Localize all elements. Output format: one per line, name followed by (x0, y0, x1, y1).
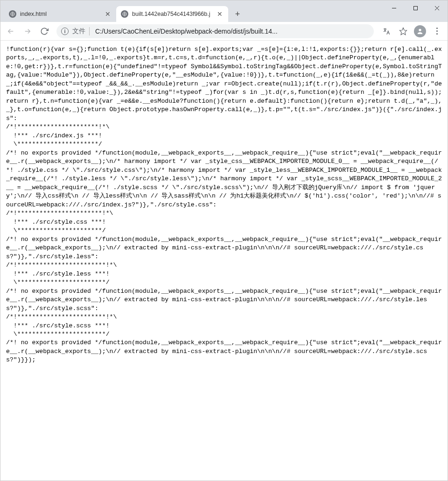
address-url: C:/Users/CaoChenLei/Desktop/webpack-demo… (95, 28, 369, 35)
maximize-button[interactable] (405, 0, 426, 15)
translate-icon[interactable] (378, 23, 394, 39)
svg-marker-6 (400, 28, 407, 35)
address-bar[interactable]: i 文件 C:/Users/CaoChenLei/Desktop/webpack… (56, 24, 374, 38)
forward-button[interactable] (20, 24, 35, 39)
browser-titlebar: index.html ✕ built.1442eab754c4143f966b.… (0, 0, 448, 22)
browser-toolbar: i 文件 C:/Users/CaoChenLei/Desktop/webpack… (0, 22, 448, 41)
profile-avatar[interactable] (412, 23, 428, 39)
globe-icon (9, 10, 16, 18)
reload-button[interactable] (37, 24, 52, 39)
close-icon[interactable]: ✕ (104, 10, 112, 18)
site-info-icon[interactable]: i (61, 28, 69, 35)
minimize-button[interactable] (383, 0, 405, 15)
svg-point-7 (419, 28, 421, 31)
tab-label: built.1442eab754c4143f966b.j (132, 11, 213, 17)
back-button[interactable] (3, 24, 18, 39)
new-tab-button[interactable]: + (231, 7, 244, 21)
address-prefix: 文件 (72, 27, 90, 35)
page-content: !function(r){var s={};function t(e){if(s… (0, 41, 448, 481)
tab-built-js[interactable]: built.1442eab754c4143f966b.j ✕ (116, 6, 228, 22)
globe-icon (121, 10, 128, 18)
bookmark-star-icon[interactable] (395, 23, 411, 39)
menu-button[interactable] (429, 23, 445, 39)
svg-rect-3 (413, 6, 417, 10)
toolbar-right (378, 23, 445, 39)
window-controls (383, 0, 448, 15)
tab-strip: index.html ✕ built.1442eab754c4143f966b.… (0, 0, 244, 22)
tab-index-html[interactable]: index.html ✕ (4, 6, 116, 22)
close-icon[interactable]: ✕ (216, 10, 224, 18)
close-window-button[interactable] (426, 0, 448, 15)
tab-label: index.html (20, 11, 101, 17)
